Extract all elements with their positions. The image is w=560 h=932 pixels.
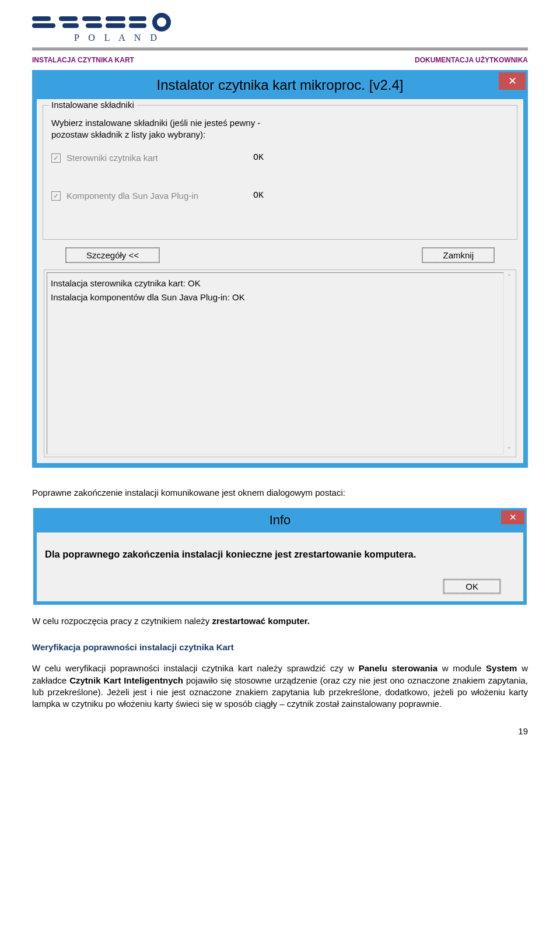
section-heading: Weryfikacja poprawności instalacji czytn…	[32, 642, 528, 652]
intro-line2: pozostaw składnik z listy jako wybrany):	[51, 129, 205, 139]
component-1-label: Sterowniki czytnika kart	[66, 153, 253, 163]
svg-rect-0	[32, 16, 51, 21]
component-row-2: ✓ Komponenty dla Sun Java Plug-in OK	[51, 191, 509, 201]
installer-title: Instalator czytnika kart mikroproc. [v2.…	[157, 77, 404, 93]
components-groupbox: Instalowane składniki Wybierz instalowan…	[43, 105, 517, 240]
close-icon: ✕	[508, 75, 517, 87]
component-2-label: Komponenty dla Sun Java Plug-in	[66, 191, 253, 201]
installer-window: Instalator czytnika kart mikroproc. [v2.…	[32, 70, 528, 468]
details-button[interactable]: Szczegóły <<	[66, 248, 159, 262]
info-title: Info	[270, 513, 291, 527]
p3-d: System	[486, 663, 517, 673]
svg-rect-4	[82, 16, 101, 21]
logo-subtext: P O L A N D	[74, 33, 528, 43]
doc-header-right: DOKUMENTACJA UŻYTKOWNIKA	[415, 56, 528, 64]
close-window-button[interactable]: Zamknij	[422, 248, 494, 262]
svg-rect-7	[106, 23, 125, 28]
checkbox-1[interactable]: ✓	[51, 153, 61, 163]
close-icon: ✕	[509, 512, 517, 523]
svg-rect-2	[59, 16, 78, 21]
info-titlebar: Info ✕	[37, 511, 523, 532]
p3-a: W celu weryfikacji poprawności instalacj…	[32, 663, 359, 673]
info-close-button[interactable]: ✕	[501, 510, 524, 524]
p2-a: W celu rozpoczęcia pracy z czytnikiem na…	[32, 616, 212, 626]
component-row-1: ✓ Sterowniki czytnika kart OK	[51, 153, 509, 163]
page-number: 19	[32, 726, 528, 736]
p2-b: zrestartować komputer.	[212, 616, 310, 626]
p3-b: Panelu sterowania	[359, 663, 438, 673]
svg-rect-3	[62, 23, 79, 28]
doc-header: INSTALACJA CZYTNIKA KART DOKUMENTACJA UŻ…	[32, 56, 528, 64]
component-1-status: OK	[253, 153, 264, 163]
details-panel: Instalacja sterownika czytnika kart: OK …	[44, 269, 516, 457]
component-2-status: OK	[253, 191, 264, 201]
info-dialog: Info ✕ Dla poprawnego zakończenia instal…	[33, 508, 527, 605]
installer-titlebar: Instalator czytnika kart mikroproc. [v2.…	[37, 75, 523, 99]
paragraph-2: W celu rozpoczęcia pracy z czytnikiem na…	[32, 615, 528, 627]
asseco-logo-icon	[32, 12, 178, 31]
paragraph-3: W celu weryfikacji poprawności instalacj…	[32, 663, 528, 710]
checkbox-2[interactable]: ✓	[51, 191, 61, 201]
scrollbar[interactable]: ˄ ˅	[505, 272, 514, 454]
doc-header-left: INSTALACJA CZYTNIKA KART	[32, 56, 134, 64]
svg-rect-1	[32, 23, 55, 28]
close-button[interactable]: ✕	[499, 72, 526, 90]
svg-rect-6	[106, 16, 125, 21]
logo: P O L A N D	[32, 12, 528, 43]
scroll-up-icon[interactable]: ˄	[505, 272, 514, 282]
groupbox-title: Instalowane składniki	[49, 100, 136, 110]
info-ok-button[interactable]: OK	[444, 580, 500, 593]
p3-f: Czytnik Kart Inteligentnych	[69, 675, 183, 685]
groupbox-intro: Wybierz instalowane składniki (jeśli nie…	[51, 117, 509, 140]
svg-point-10	[155, 15, 169, 29]
svg-rect-9	[129, 23, 146, 28]
intro-line1: Wybierz instalowane składniki (jeśli nie…	[51, 118, 260, 128]
button-row: Szczegóły << Zamknij	[43, 244, 517, 266]
log-line-2: Instalacja komponentów dla Sun Java Plug…	[51, 290, 500, 304]
svg-rect-5	[86, 23, 102, 28]
log-line-1: Instalacja sterownika czytnika kart: OK	[51, 276, 500, 290]
scroll-down-icon[interactable]: ˅	[505, 445, 514, 454]
details-log: Instalacja sterownika czytnika kart: OK …	[47, 272, 504, 454]
header-divider	[32, 48, 528, 50]
svg-rect-8	[129, 16, 146, 21]
info-message: Dla poprawnego zakończenia instalacji ko…	[45, 549, 515, 560]
p3-c: w module	[438, 663, 486, 673]
paragraph-1: Poprawne zakończenie instalacji komuniko…	[32, 488, 528, 497]
